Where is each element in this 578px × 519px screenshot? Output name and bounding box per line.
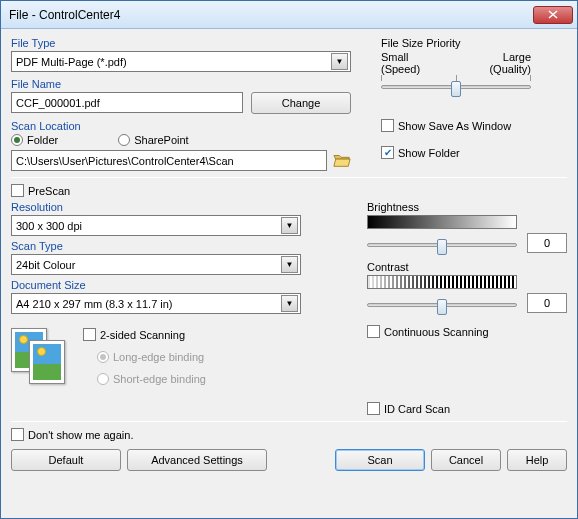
radio-dot-icon: [11, 134, 23, 146]
scan-location-label: Scan Location: [11, 120, 351, 132]
two-sided-checkbox[interactable]: 2-sided Scanning: [83, 328, 206, 341]
divider: [11, 421, 567, 422]
scan-location-sharepoint-radio[interactable]: SharePoint: [118, 134, 188, 146]
scan-type-label: Scan Type: [11, 240, 329, 252]
file-size-priority-label: File Size Priority: [381, 37, 567, 49]
resolution-combo[interactable]: 300 x 300 dpi ▼: [11, 215, 301, 236]
close-icon: [548, 10, 558, 19]
radio-dot-icon: [118, 134, 130, 146]
file-type-value: PDF Multi-Page (*.pdf): [16, 56, 127, 68]
scan-type-value: 24bit Colour: [16, 259, 75, 271]
dont-show-again-checkbox[interactable]: Don't show me again.: [11, 428, 567, 441]
document-size-combo[interactable]: A4 210 x 297 mm (8.3 x 11.7 in) ▼: [11, 293, 301, 314]
dont-show-again-label: Don't show me again.: [28, 429, 133, 441]
show-folder-label: Show Folder: [398, 147, 460, 159]
show-save-as-label: Show Save As Window: [398, 120, 511, 132]
folder-open-icon: [333, 152, 351, 168]
contrast-slider[interactable]: [367, 299, 517, 307]
scan-type-combo[interactable]: 24bit Colour ▼: [11, 254, 301, 275]
show-save-as-checkbox[interactable]: Show Save As Window: [381, 119, 567, 132]
divider: [11, 177, 567, 178]
file-name-label: File Name: [11, 78, 351, 90]
checkbox-icon: [83, 328, 96, 341]
document-size-label: Document Size: [11, 279, 329, 291]
fsp-large-label: Large: [503, 51, 531, 63]
titlebar: File - ControlCenter4: [1, 1, 577, 29]
scan-location-folder-radio[interactable]: Folder: [11, 134, 58, 146]
file-size-priority-slider[interactable]: [381, 75, 531, 89]
checkbox-checked-icon: ✔: [381, 146, 394, 159]
radio-dot-icon: [97, 351, 109, 363]
chevron-down-icon: ▼: [331, 53, 348, 70]
two-sided-label: 2-sided Scanning: [100, 329, 185, 341]
brightness-gradient: [367, 215, 517, 229]
slider-thumb-icon[interactable]: [451, 81, 461, 97]
resolution-value: 300 x 300 dpi: [16, 220, 82, 232]
checkbox-icon: [11, 184, 24, 197]
checkbox-icon: [367, 402, 380, 415]
scan-path-input[interactable]: [11, 150, 327, 171]
radio-dot-icon: [97, 373, 109, 385]
short-edge-label: Short-edge binding: [113, 373, 206, 385]
short-edge-radio: Short-edge binding: [97, 373, 206, 385]
continuous-scanning-checkbox[interactable]: Continuous Scanning: [367, 325, 567, 338]
change-button[interactable]: Change: [251, 92, 351, 114]
long-edge-radio: Long-edge binding: [97, 351, 206, 363]
chevron-down-icon: ▼: [281, 256, 298, 273]
brightness-label: Brightness: [367, 201, 567, 213]
document-size-value: A4 210 x 297 mm (8.3 x 11.7 in): [16, 298, 173, 310]
dialog-window: File - ControlCenter4 File Type PDF Mult…: [0, 0, 578, 519]
file-name-field[interactable]: [16, 97, 238, 109]
help-button[interactable]: Help: [507, 449, 567, 471]
window-title: File - ControlCenter4: [5, 8, 533, 22]
fsp-speed-label: (Speed): [381, 63, 420, 75]
file-type-combo[interactable]: PDF Multi-Page (*.pdf) ▼: [11, 51, 351, 72]
file-name-input[interactable]: [11, 92, 243, 113]
fsp-small-label: Small: [381, 51, 409, 63]
continuous-scanning-label: Continuous Scanning: [384, 326, 489, 338]
id-card-scan-label: ID Card Scan: [384, 403, 450, 415]
file-type-label: File Type: [11, 37, 351, 49]
chevron-down-icon: ▼: [281, 217, 298, 234]
contrast-label: Contrast: [367, 261, 567, 273]
prescan-label: PreScan: [28, 185, 70, 197]
folder-radio-label: Folder: [27, 134, 58, 146]
sharepoint-radio-label: SharePoint: [134, 134, 188, 146]
brightness-slider[interactable]: [367, 239, 517, 247]
checkbox-icon: [381, 119, 394, 132]
preview-thumbnails: [11, 328, 71, 384]
close-button[interactable]: [533, 6, 573, 24]
fsp-quality-label: (Quality): [489, 63, 531, 75]
long-edge-label: Long-edge binding: [113, 351, 204, 363]
default-button[interactable]: Default: [11, 449, 121, 471]
slider-thumb-icon[interactable]: [437, 239, 447, 255]
checkbox-icon: [11, 428, 24, 441]
prescan-checkbox[interactable]: PreScan: [11, 184, 567, 197]
scan-button[interactable]: Scan: [335, 449, 425, 471]
show-folder-checkbox[interactable]: ✔ Show Folder: [381, 146, 567, 159]
contrast-value: 0: [527, 293, 567, 313]
slider-thumb-icon[interactable]: [437, 299, 447, 315]
checkbox-icon: [367, 325, 380, 338]
cancel-button[interactable]: Cancel: [431, 449, 501, 471]
brightness-value: 0: [527, 233, 567, 253]
resolution-label: Resolution: [11, 201, 329, 213]
browse-folder-button[interactable]: [333, 152, 351, 170]
chevron-down-icon: ▼: [281, 295, 298, 312]
contrast-gradient: [367, 275, 517, 289]
scan-path-field[interactable]: [16, 155, 322, 167]
id-card-scan-checkbox[interactable]: ID Card Scan: [367, 402, 567, 415]
advanced-settings-button[interactable]: Advanced Settings: [127, 449, 267, 471]
